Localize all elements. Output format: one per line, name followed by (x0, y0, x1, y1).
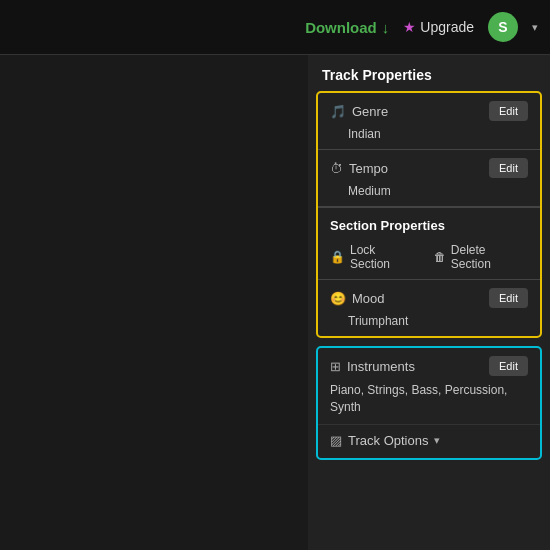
instruments-value: Piano, Strings, Bass, Percussion, Synth (318, 380, 540, 424)
genre-text: Genre (352, 104, 388, 119)
mood-text: Mood (352, 291, 385, 306)
left-panel (0, 55, 308, 550)
avatar[interactable]: S (488, 12, 518, 42)
avatar-chevron-icon[interactable]: ▾ (532, 21, 538, 34)
header: Download ↓ ★ Upgrade S ▾ (0, 0, 550, 55)
avatar-letter: S (498, 19, 507, 35)
mood-edit-button[interactable]: Edit (489, 288, 528, 308)
instruments-icon: ⊞ (330, 359, 341, 374)
tempo-icon: ⏱ (330, 161, 343, 176)
tempo-text: Tempo (349, 161, 388, 176)
star-icon: ★ (403, 19, 416, 35)
yellow-box: 🎵 Genre Edit Indian ⏱ Tempo Edit Medium … (316, 91, 542, 338)
delete-section-label: Delete Section (451, 243, 528, 271)
instruments-edit-button[interactable]: Edit (489, 356, 528, 376)
tempo-label: ⏱ Tempo (330, 161, 388, 176)
instruments-text: Instruments (347, 359, 415, 374)
mood-row: 😊 Mood Edit (318, 280, 540, 312)
mood-icon: 😊 (330, 291, 346, 306)
mood-label: 😊 Mood (330, 291, 385, 306)
upgrade-button[interactable]: ★ Upgrade (403, 19, 474, 35)
download-button[interactable]: Download ↓ (305, 19, 389, 36)
instruments-label: ⊞ Instruments (330, 359, 415, 374)
lock-section-label: Lock Section (350, 243, 418, 271)
lock-icon: 🔒 (330, 250, 345, 264)
track-properties-header: Track Properties (308, 55, 550, 91)
tempo-edit-button[interactable]: Edit (489, 158, 528, 178)
instruments-row: ⊞ Instruments Edit (318, 348, 540, 380)
delete-icon: 🗑 (434, 250, 446, 264)
right-panel: Track Properties 🎵 Genre Edit Indian ⏱ T… (308, 55, 550, 550)
track-options-row[interactable]: ▨ Track Options ▾ (318, 424, 540, 458)
genre-icon: 🎵 (330, 104, 346, 119)
lock-section-button[interactable]: 🔒 Lock Section (330, 243, 418, 271)
tempo-value: Medium (318, 182, 540, 206)
download-label: Download (305, 19, 377, 36)
tempo-row: ⏱ Tempo Edit (318, 150, 540, 182)
mood-value: Triumphant (318, 312, 540, 336)
genre-value: Indian (318, 125, 540, 149)
cyan-box: ⊞ Instruments Edit Piano, Strings, Bass,… (316, 346, 542, 460)
upgrade-label: Upgrade (420, 19, 474, 35)
track-options-chevron-icon: ▾ (434, 434, 440, 447)
genre-row: 🎵 Genre Edit (318, 93, 540, 125)
section-properties-header: Section Properties (318, 207, 540, 239)
download-arrow-icon: ↓ (382, 19, 390, 36)
delete-section-button[interactable]: 🗑 Delete Section (434, 243, 528, 271)
genre-label: 🎵 Genre (330, 104, 388, 119)
track-options-label: Track Options (348, 433, 428, 448)
track-options-icon: ▨ (330, 433, 342, 448)
lock-delete-row: 🔒 Lock Section 🗑 Delete Section (318, 239, 540, 279)
genre-edit-button[interactable]: Edit (489, 101, 528, 121)
